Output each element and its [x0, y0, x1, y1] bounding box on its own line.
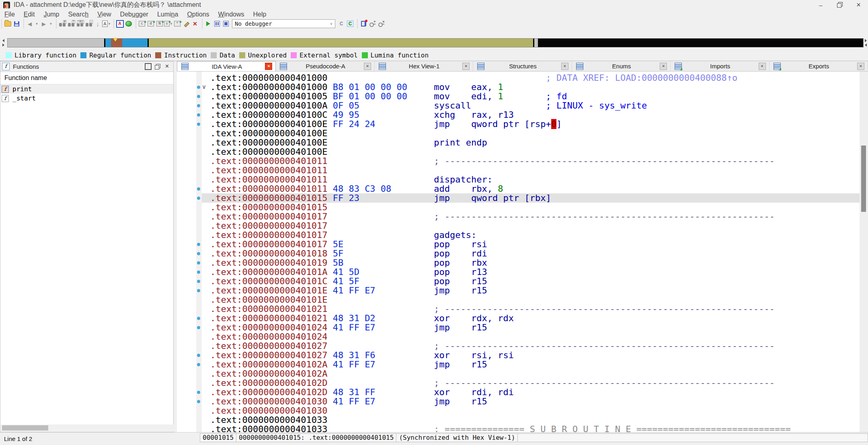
- panel-close-icon[interactable]: ×: [164, 64, 170, 69]
- listing-line[interactable]: .text:000000000040101A 41 5D pop r13: [177, 267, 868, 277]
- menu-item-options[interactable]: Options: [183, 10, 213, 19]
- listing-line[interactable]: .text:000000000040100E: [177, 147, 868, 156]
- functions-horizontal-scrollbar[interactable]: [1, 424, 174, 431]
- scrollbar-thumb[interactable]: [2, 425, 48, 431]
- tab-close-icon[interactable]: ×: [462, 63, 470, 70]
- make-data-icon[interactable]: d+: [146, 20, 155, 28]
- make-array-icon[interactable]: *+: [173, 20, 182, 28]
- listing-line[interactable]: .text:000000000040100A 0F 05 syscall ; L…: [177, 101, 868, 110]
- panel-maximize-icon[interactable]: [145, 63, 152, 70]
- listing-vertical-scrollbar[interactable]: [860, 72, 868, 432]
- listing-line[interactable]: .text:0000000000401019 5B pop rbx: [177, 258, 868, 267]
- listing-line[interactable]: .text:0000000000401015: [177, 203, 868, 212]
- listing-line[interactable]: .text:0000000000401018 5F pop rdi: [177, 249, 868, 258]
- function-row-print[interactable]: fprint: [0, 84, 173, 94]
- search-number-icon[interactable]: #: [58, 20, 67, 28]
- minimize-icon[interactable]: –: [811, 0, 830, 10]
- functions-panel-titlebar[interactable]: f Functions ×: [0, 62, 173, 72]
- listing-line[interactable]: .text:0000000000401017: [177, 221, 868, 230]
- tab-close-icon[interactable]: ×: [759, 63, 766, 70]
- remove-breakpoint-icon[interactable]: ×: [377, 20, 386, 28]
- listing-line[interactable]: .text:000000000040102A 41 FF E7 jmp r15: [177, 360, 868, 369]
- jump-down-icon[interactable]: ↓: [93, 20, 102, 28]
- tab-exports[interactable]: Exports×: [770, 61, 868, 71]
- navband-right-arrow-icon[interactable]: [865, 39, 867, 42]
- debugger-run-icon[interactable]: [204, 20, 213, 28]
- tab-enums[interactable]: Enums×: [572, 61, 671, 71]
- function-row-_start[interactable]: f_start: [0, 94, 173, 103]
- listing-line[interactable]: .text:0000000000401017 ; ---------------…: [177, 212, 868, 221]
- scrollbar-thumb[interactable]: [861, 146, 866, 212]
- menu-item-search[interactable]: Search: [64, 10, 93, 19]
- listing-line[interactable]: .text:000000000040101E: [177, 295, 868, 304]
- collapse-arrow-icon[interactable]: ∨: [202, 82, 206, 92]
- restore-icon[interactable]: [830, 0, 849, 10]
- navband-left-arrow-icon[interactable]: [865, 43, 867, 47]
- listing-line[interactable]: .text:000000000040102D ; ---------------…: [177, 378, 868, 388]
- tab-hex-view-1[interactable]: Hex View-1×: [375, 61, 473, 71]
- listing-line[interactable]: .text:0000000000401017 5E pop rsi: [177, 240, 868, 249]
- tab-close-icon[interactable]: ×: [561, 63, 568, 70]
- listing-line[interactable]: .text:0000000000401005 BF 01 00 00 00 mo…: [177, 92, 868, 101]
- back-icon[interactable]: ◀: [25, 20, 34, 28]
- listing-line[interactable]: .text:000000000040100E print endp: [177, 138, 868, 147]
- listing-line[interactable]: .text:0000000000401021 48 31 D2 xor rdx,…: [177, 314, 868, 323]
- listing-line[interactable]: .text:000000000040100E: [177, 129, 868, 138]
- names-window-icon[interactable]: A: [115, 20, 124, 28]
- search-text-icon[interactable]: T: [67, 20, 76, 28]
- menu-item-lumina[interactable]: Lumina: [153, 10, 183, 19]
- navband-scroll-arrows[interactable]: [1, 38, 6, 47]
- forward-icon[interactable]: ▶: [39, 20, 48, 28]
- listing-line[interactable]: .text:0000000000401000 B8 01 00 00 00 mo…: [177, 82, 868, 92]
- listing-line[interactable]: .text:0000000000401000 ; DATA XREF: LOAD…: [177, 73, 868, 82]
- navband-scroll-arrows-right[interactable]: [864, 38, 868, 47]
- listing-line[interactable]: .text:0000000000401030 41 FF E7 jmp r15: [177, 397, 868, 406]
- run-script-icon[interactable]: C: [346, 20, 355, 28]
- make-code-icon[interactable]: c+: [137, 20, 146, 28]
- listing-line[interactable]: .text:000000000040100C 49 95 xchg rax, r…: [177, 110, 868, 119]
- disassembly-listing[interactable]: .text:0000000000401000 ; DATA XREF: LOAD…: [177, 72, 868, 432]
- listing-line[interactable]: .text:0000000000401011 ; ---------------…: [177, 156, 868, 166]
- tab-close-icon[interactable]: ×: [265, 63, 272, 70]
- menu-item-edit[interactable]: Edit: [19, 10, 39, 19]
- listing-line[interactable]: .text:0000000000401033 ; ===============…: [177, 424, 868, 432]
- make-string-icon[interactable]: s+▼: [164, 20, 173, 28]
- listing-line[interactable]: .text:000000000040102D 48 31 FF xor rdi,…: [177, 388, 868, 397]
- navigation-band[interactable]: [7, 38, 864, 47]
- compile-script-icon[interactable]: C: [337, 20, 346, 28]
- listing-line[interactable]: .text:0000000000401021 ; ---------------…: [177, 304, 868, 314]
- navband-right-arrow-icon[interactable]: [2, 43, 4, 47]
- navband-left-arrow-icon[interactable]: [2, 39, 4, 42]
- navigator-toggle-icon[interactable]: [124, 20, 133, 28]
- text-search-icon[interactable]: A▼: [102, 20, 111, 28]
- save-icon[interactable]: [12, 20, 21, 28]
- listing-line[interactable]: .text:000000000040100E FF 24 24 jmp qwor…: [177, 119, 868, 129]
- menu-item-help[interactable]: Help: [248, 10, 271, 19]
- edit-icon[interactable]: [182, 20, 191, 28]
- debugger-select[interactable]: No debugger∨: [232, 19, 335, 28]
- listing-line[interactable]: .text:0000000000401027 ; ---------------…: [177, 341, 868, 351]
- undefine-icon[interactable]: ✕: [191, 20, 199, 28]
- search-immediate-icon[interactable]: 101: [76, 20, 84, 28]
- tab-close-icon[interactable]: ×: [364, 63, 371, 70]
- listing-line[interactable]: .text:0000000000401024: [177, 332, 868, 341]
- listing-line[interactable]: .text:0000000000401033: [177, 415, 868, 424]
- make-name-icon[interactable]: N+: [155, 20, 164, 28]
- debugger-pause-icon[interactable]: [213, 20, 222, 28]
- forward-dropdown-icon[interactable]: ▼: [48, 20, 53, 28]
- menu-item-windows[interactable]: Windows: [214, 10, 249, 19]
- search-sequence-icon[interactable]: ↓: [84, 20, 93, 28]
- menu-item-view[interactable]: View: [93, 10, 115, 19]
- back-dropdown-icon[interactable]: ▼: [34, 20, 39, 28]
- listing-line[interactable]: .text:0000000000401011: [177, 166, 868, 175]
- listing-line[interactable]: .text:0000000000401011 dispatcher:: [177, 175, 868, 184]
- tab-structures[interactable]: Structures×: [473, 61, 572, 71]
- panel-float-icon[interactable]: [155, 65, 159, 70]
- listing-line[interactable]: .text:0000000000401017 gadgets:: [177, 230, 868, 240]
- listing-line[interactable]: .text:000000000040101C 41 5F pop r15: [177, 277, 868, 286]
- add-breakpoint-icon[interactable]: +: [368, 20, 377, 28]
- open-icon[interactable]: [3, 20, 12, 28]
- tab-pseudocode-a[interactable]: Pseudocode-A×: [276, 61, 374, 71]
- tab-ida-view-a[interactable]: IDA View-A×: [177, 61, 276, 71]
- listing-line[interactable]: .text:0000000000401015 FF 23 jmp qword p…: [177, 193, 868, 203]
